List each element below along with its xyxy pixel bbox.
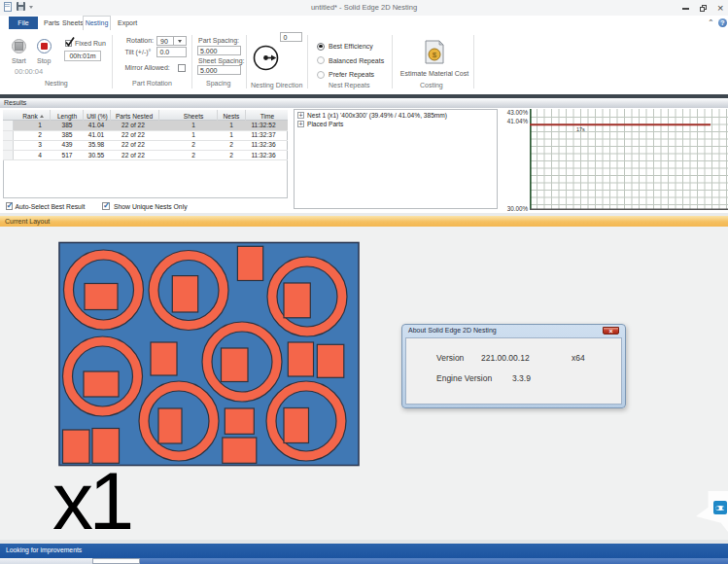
svg-text:$: $ — [433, 51, 437, 59]
svg-text:17s: 17s — [576, 126, 585, 132]
